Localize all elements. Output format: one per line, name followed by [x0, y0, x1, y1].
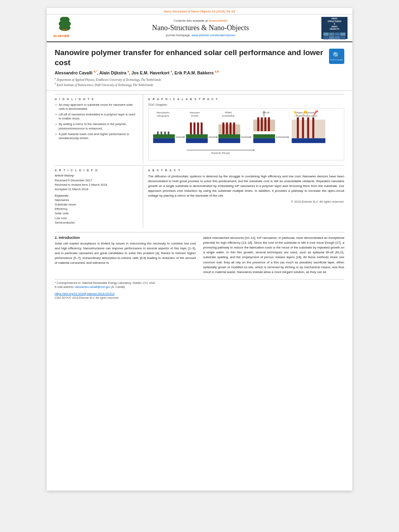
graphical-abstract-label: G R A P H I C A L A B S T R A C T — [148, 98, 344, 101]
highlights-graphical-section: H I G H L I G H T S An easy approach to … — [55, 94, 344, 164]
toc-graphic-label: TOC Graphic: — [148, 103, 344, 107]
highlights-list: An easy approach to substrate reuse for … — [55, 103, 138, 140]
footnote-star: * Correspondence to: National Renewable … — [55, 281, 344, 286]
intro-right-col: lattice-mismatched structures [10–12]. I… — [203, 236, 344, 277]
svg-text:Towards Reuse: Towards Reuse — [211, 152, 230, 154]
footnote-section: * Correspondence to: National Renewable … — [55, 279, 344, 290]
svg-rect-46 — [264, 117, 266, 131]
svg-text:Growth: Growth — [191, 115, 199, 117]
svg-rect-27 — [193, 122, 195, 134]
svg-rect-20 — [164, 131, 166, 134]
svg-rect-52 — [292, 138, 325, 143]
svg-rect-16 — [153, 138, 175, 143]
svg-text:Nanoimprint: Nanoimprint — [156, 111, 169, 114]
received-date: Received 6 December 2017 — [55, 178, 138, 183]
keyword-3: Efficiency — [55, 207, 138, 211]
highlight-item-3: By adding a mirror to the nanowires in t… — [55, 122, 138, 130]
journal-center: Contents lists available at ScienceDirec… — [80, 19, 321, 37]
svg-rect-42 — [253, 134, 275, 138]
svg-marker-23 — [183, 136, 185, 138]
intro-left-col: 1. Introduction Solar cell market accept… — [55, 236, 196, 277]
svg-rect-5 — [62, 29, 67, 31]
check-updates-label: Check for updates — [330, 59, 343, 61]
doi-link[interactable]: https://doi.org/10.1016/j.nanoso.2018.03… — [55, 292, 344, 296]
homepage-link[interactable]: www.elsevier.com/locate/nanoso — [191, 33, 235, 37]
svg-rect-56 — [307, 117, 309, 138]
journal-ref-bar: Nano-Structures & Nano-Objects 16 (2018)… — [47, 8, 352, 14]
article-title: Nanowire polymer transfer for enhanced s… — [55, 48, 325, 68]
keyword-1: Nanowires — [55, 198, 138, 202]
section-number: 1. — [55, 236, 58, 240]
footnote-email-link[interactable]: alessandro.cavalli@nrel.gov — [75, 286, 111, 288]
article-info-abstract-section: A R T I C L E I N F O Article history: R… — [55, 165, 344, 228]
svg-rect-17 — [153, 134, 175, 138]
svg-rect-34 — [218, 124, 240, 134]
journal-thumbnail: NANOSTRUCTURES&NANOOBJECTS — [321, 17, 348, 39]
highlight-item-1: An easy approach to substrate reuse for … — [55, 103, 138, 111]
introduction-section: 1. Introduction Solar cell market accept… — [55, 232, 344, 290]
svg-rect-35 — [222, 122, 224, 134]
check-updates-icon: 🔍 — [333, 51, 341, 59]
svg-rect-38 — [233, 122, 235, 134]
thumb-title-text: NANOSTRUCTURES&NANOOBJECTS — [327, 16, 342, 31]
contents-line: Contents lists available at ScienceDirec… — [84, 19, 317, 23]
keyword-4: Solar cells — [55, 211, 138, 216]
svg-rect-21 — [168, 131, 169, 134]
introduction-two-col: 1. Introduction Solar cell market accept… — [55, 236, 344, 277]
highlights-label: H I G H L I G H T S — [55, 98, 138, 101]
svg-rect-25 — [186, 134, 208, 138]
article-header: Nanowire polymer transfer for enhanced s… — [47, 42, 352, 91]
accepted-date: Accepted 31 March 2018 — [55, 187, 138, 191]
svg-marker-31 — [216, 136, 218, 138]
svg-rect-37 — [230, 122, 232, 134]
highlight-item-2: Lift-off of nanowires embedded in a poly… — [55, 113, 138, 121]
svg-text:Nanowire: Nanowire — [190, 111, 200, 114]
svg-text:Lithography: Lithography — [157, 115, 169, 117]
journal-homepage: journal homepage: www.elsevier.com/locat… — [84, 33, 317, 37]
abstract-text: The diffusion of photovoltaic systems is… — [148, 174, 344, 198]
svg-rect-41 — [253, 138, 275, 143]
graphical-abstract-col: G R A P H I C A L A B S T R A C T TOC Gr… — [143, 94, 344, 164]
sciencedirect-link[interactable]: ScienceDirect — [209, 19, 227, 23]
highlights-col: H I G H L I G H T S An easy approach to … — [55, 94, 143, 164]
toc-graphic: Nanoimprint Lithography Nanowire Growth … — [148, 108, 344, 160]
abstract-label: A B S T R A C T — [148, 169, 344, 172]
svg-rect-47 — [268, 117, 270, 131]
affiliation-b: b Kavli Institute of Nanoscience, Delft … — [55, 82, 344, 87]
svg-rect-43 — [253, 119, 275, 131]
svg-rect-24 — [186, 138, 208, 143]
copyright-line: © 2018 Elsevier B.V. All rights reserved… — [148, 200, 344, 203]
svg-rect-29 — [201, 122, 203, 134]
svg-rect-36 — [226, 122, 228, 134]
svg-rect-57 — [312, 117, 314, 138]
authors-line: Alessandro Cavalli a,*, Alain Dijkstra a… — [55, 70, 344, 75]
article-info-label: A R T I C L E I N F O — [55, 169, 138, 172]
intro-right-text: lattice-mismatched structures [10–12]. I… — [203, 236, 344, 275]
keyword-2: Substrate reuse — [55, 202, 138, 207]
svg-rect-32 — [218, 138, 240, 143]
check-updates-badge[interactable]: 🔍 Check for updates — [329, 49, 344, 64]
svg-marker-40 — [250, 136, 252, 138]
main-content: H I G H L I G H T S An easy approach to … — [47, 94, 352, 290]
svg-text:PDMS: PDMS — [225, 111, 232, 114]
abstract-col: A B S T R A C T The diffusion of photovo… — [143, 166, 344, 228]
revised-date: Received in revised form 2 March 2018 — [55, 183, 138, 187]
journal-title: Nano-Structures & Nano-Objects — [84, 24, 317, 32]
affiliations: a Department of Applied Physics, Eindhov… — [55, 77, 344, 87]
svg-rect-45 — [261, 117, 263, 131]
svg-rect-18 — [157, 131, 158, 134]
journal-ref-text: Nano-Structures & Nano-Objects 16 (2018)… — [164, 10, 235, 13]
svg-text:ELSEVIER: ELSEVIER — [53, 34, 70, 38]
svg-rect-54 — [297, 117, 299, 138]
intro-left-text: Solar cell market acceptance is limited … — [55, 241, 196, 265]
svg-marker-51 — [288, 136, 289, 138]
svg-rect-19 — [160, 131, 162, 134]
svg-rect-44 — [257, 117, 259, 131]
svg-marker-69 — [253, 149, 255, 151]
svg-rect-33 — [218, 134, 240, 138]
intro-heading: 1. Introduction — [55, 236, 196, 240]
issn-text: 2352-507X/© 2018 Elsevier B.V. All right… — [55, 296, 344, 299]
svg-marker-67 — [317, 110, 318, 113]
article-info-col: A R T I C L E I N F O Article history: R… — [55, 166, 143, 228]
keywords-label: Keywords: — [55, 194, 138, 197]
